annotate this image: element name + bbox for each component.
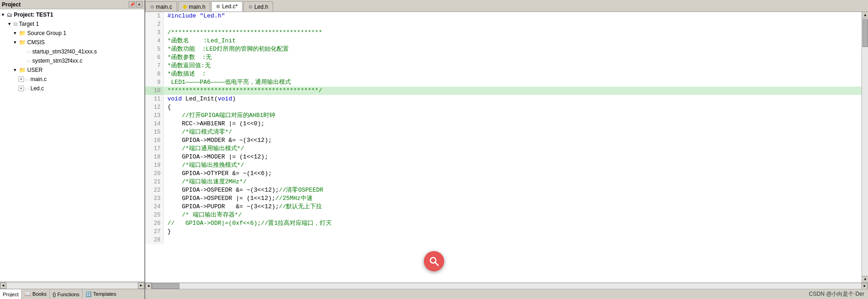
tab-project[interactable]: Project: [0, 289, 22, 299]
ln-27: 27: [145, 228, 164, 236]
lc-26: // GPIOA->ODR|=(0xf<<6);//置1拉高对应端口，灯灭: [164, 219, 332, 228]
lc-20: GPIOA->OTYPER &= ~(1<<6);: [164, 170, 272, 178]
vscroll-up[interactable]: ▲: [862, 12, 868, 18]
tree-label-system: system_stm32f4xx.c: [32, 58, 83, 64]
ln-12: 12: [145, 103, 164, 111]
tree-item-system[interactable]: ▭ system_stm32f4xx.c: [0, 56, 144, 65]
lc-13: //打开GPIOA端口对应的AHB1时钟: [164, 111, 275, 120]
tree-item-cmsis[interactable]: ▼ 📁 CMSIS: [0, 38, 144, 47]
hscroll-track-code[interactable]: [152, 283, 862, 289]
code-row-28: 28: [145, 236, 862, 244]
code-row-2: 2: [145, 20, 862, 29]
ln-28: 28: [145, 236, 164, 244]
file-icon-system: ▭: [26, 58, 31, 64]
tab-label-main-h: main.h: [189, 4, 205, 10]
code-area[interactable]: 1 #include "Led.h" 2 3 /****************…: [145, 12, 862, 282]
code-row-7: 7 *函数返回值:无: [145, 62, 862, 70]
lc-9: LED1————PA6————低电平亮，通用输出模式: [164, 78, 291, 87]
hscroll-thumb-code[interactable]: [152, 283, 179, 289]
lc-4: *函数名 :Led_Init: [164, 37, 236, 45]
search-icon: [429, 256, 439, 266]
hscroll-left[interactable]: ◄: [145, 283, 152, 289]
tree-item-startup[interactable]: ▭ startup_stm32f40_41xxx.s: [0, 47, 144, 56]
search-fab[interactable]: [424, 251, 444, 271]
hscroll-left-arrow[interactable]: ◄: [0, 282, 6, 289]
file-icon-mainc: ▭: [24, 76, 29, 82]
expand-user: ▼: [13, 68, 18, 72]
ln-6: 6: [145, 53, 164, 62]
pin-button[interactable]: 📌: [129, 1, 135, 7]
tree-item-target[interactable]: ▼ ⊟ Target 1: [0, 19, 144, 29]
project-icon: 🗂: [7, 12, 12, 18]
tab-books[interactable]: 📖 Books: [22, 289, 50, 299]
lc-3: /***************************************…: [164, 29, 322, 37]
tree-item-project[interactable]: ▼ 🗂 Project: TEST1: [0, 10, 144, 19]
lc-16: GPIOA->MODER &= ~(3<<12);: [164, 136, 272, 145]
tab-label-led-c: Led.c*: [222, 3, 238, 10]
code-row-8: 8 *函数描述 :: [145, 70, 862, 78]
tab-functions[interactable]: {} Functions: [50, 289, 83, 299]
tab-label-main-c: main.c: [156, 4, 172, 10]
code-row-18: 18 GPIOA->MODER |= (1<<12);: [145, 153, 862, 161]
ln-24: 24: [145, 203, 164, 211]
tab-led-c[interactable]: Led.c*: [211, 1, 243, 12]
tab-led-h[interactable]: Led.h: [244, 1, 273, 12]
tree-item-ledc[interactable]: + ▭ Led.c: [0, 84, 144, 93]
lc-11: void Led_Init(void): [164, 95, 236, 103]
code-row-13: 13 //打开GPIOA端口对应的AHB1时钟: [145, 111, 862, 120]
tree-item-mainc[interactable]: + ▭ main.c: [0, 75, 144, 84]
ln-5: 5: [145, 45, 164, 53]
lc-28: [164, 236, 171, 244]
code-row-11: 11 void Led_Init(void): [145, 95, 862, 103]
lc-19: /*端口输出推挽模式*/: [164, 161, 244, 170]
lc-27: }: [164, 228, 171, 236]
ln-15: 15: [145, 128, 164, 136]
ln-7: 7: [145, 62, 164, 70]
vscroll-down[interactable]: ▼: [862, 276, 868, 282]
code-row-12: 12 {: [145, 103, 862, 111]
vscroll-track[interactable]: [862, 18, 868, 276]
code-row-16: 16 GPIOA->MODER &= ~(3<<12);: [145, 136, 862, 145]
lc-1: #include "Led.h": [164, 12, 225, 20]
tab-templates[interactable]: 🔢 Templates: [83, 289, 119, 299]
ln-10: 10: [145, 87, 164, 95]
ln-2: 2: [145, 20, 164, 29]
tab-main-c[interactable]: main.c: [145, 1, 177, 12]
app-container: Project 📌 ✕ ▼ 🗂 Project: TEST1 ▼ ⊟: [0, 0, 868, 299]
lc-12: {: [164, 103, 171, 111]
code-row-23: 23 GPIOA->OSPEEDR |= (1<<12);//25MHz中速: [145, 194, 862, 203]
tab-label-led-h: Led.h: [254, 4, 268, 10]
hscroll-track[interactable]: [6, 283, 138, 288]
ln-22: 22: [145, 186, 164, 194]
code-row-25: 25 /* 端口输出寄存器*/: [145, 211, 862, 219]
tree-label-target: Target 1: [19, 21, 39, 27]
code-row-26: 26 // GPIOA->ODR|=(0xf<<6);//置1拉高对应端口，灯灭: [145, 219, 862, 228]
ln-18: 18: [145, 153, 164, 161]
ln-17: 17: [145, 145, 164, 153]
ln-26: 26: [145, 219, 164, 228]
code-row-14: 14 RCC->AHB1ENR |= (1<<0);: [145, 120, 862, 128]
tree-item-sourcegroup[interactable]: ▼ 📁 Source Group 1: [0, 29, 144, 38]
file-icon-ledc: ▭: [24, 86, 29, 92]
code-row-4: 4 *函数名 :Led_Init: [145, 37, 862, 45]
ln-1: 1: [145, 12, 164, 20]
expand-target: ▼: [7, 22, 13, 26]
code-row-10: 10 *************************************…: [145, 87, 862, 95]
lc-23: GPIOA->OSPEEDR |= (1<<12);//25MHz中速: [164, 194, 313, 203]
tab-main-h[interactable]: main.h: [178, 1, 210, 12]
code-row-1: 1 #include "Led.h": [145, 12, 862, 20]
code-row-27: 27 }: [145, 228, 862, 236]
tree-item-user[interactable]: ▼ 📁 USER: [0, 65, 144, 75]
hscroll-right[interactable]: ►: [862, 283, 868, 289]
close-button[interactable]: ✕: [136, 1, 143, 7]
ln-3: 3: [145, 29, 164, 37]
vscroll-thumb[interactable]: [862, 19, 868, 47]
tab-dot-led-h: [249, 5, 252, 9]
tree-label-startup: startup_stm32f40_41xxx.s: [32, 48, 97, 55]
code-row-21: 21 /*端口输出速度2MHz*/: [145, 178, 862, 186]
code-row-3: 3 /*************************************…: [145, 29, 862, 37]
file-icon-startup: ▭: [26, 49, 31, 55]
tab-dot-main-h: [183, 5, 187, 9]
hscroll-right-arrow[interactable]: ►: [138, 282, 144, 289]
expand-ledc: +: [18, 86, 24, 91]
